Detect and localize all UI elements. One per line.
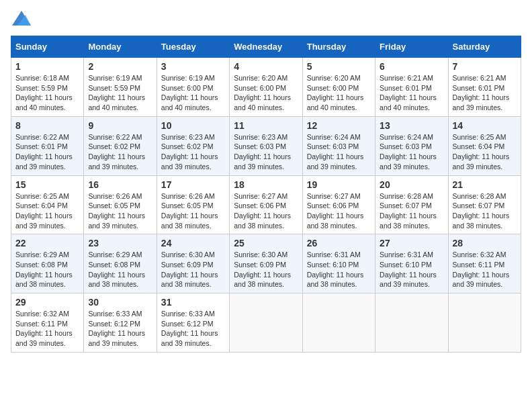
day-number: 19 bbox=[307, 179, 371, 190]
col-wednesday: Wednesday bbox=[230, 36, 302, 58]
day-info: Sunrise: 6:27 AMSunset: 6:06 PMDaylight:… bbox=[234, 192, 291, 230]
col-tuesday: Tuesday bbox=[157, 36, 229, 58]
day-info: Sunrise: 6:21 AMSunset: 6:01 PMDaylight:… bbox=[380, 74, 437, 111]
day-number: 1 bbox=[15, 61, 79, 72]
calendar-cell: 9 Sunrise: 6:22 AMSunset: 6:02 PMDayligh… bbox=[84, 116, 157, 175]
day-number: 3 bbox=[161, 61, 225, 72]
calendar-week-5: 29 Sunrise: 6:32 AMSunset: 6:11 PMDaylig… bbox=[11, 293, 521, 353]
day-info: Sunrise: 6:26 AMSunset: 6:05 PMDaylight:… bbox=[161, 192, 218, 230]
day-number: 17 bbox=[161, 179, 225, 190]
day-info: Sunrise: 6:33 AMSunset: 6:12 PMDaylight:… bbox=[88, 310, 145, 347]
day-number: 15 bbox=[15, 179, 79, 190]
page-header bbox=[11, 11, 521, 29]
calendar-cell: 13 Sunrise: 6:24 AMSunset: 6:03 PMDaylig… bbox=[375, 116, 448, 175]
day-info: Sunrise: 6:21 AMSunset: 6:01 PMDaylight:… bbox=[453, 74, 510, 111]
calendar-cell bbox=[230, 293, 302, 353]
calendar-cell bbox=[375, 293, 448, 353]
calendar-cell: 28 Sunrise: 6:32 AMSunset: 6:11 PMDaylig… bbox=[448, 234, 521, 293]
calendar-week-4: 22 Sunrise: 6:29 AMSunset: 6:08 PMDaylig… bbox=[11, 234, 521, 293]
calendar-cell: 4 Sunrise: 6:20 AMSunset: 6:00 PMDayligh… bbox=[230, 58, 302, 117]
calendar-cell: 11 Sunrise: 6:23 AMSunset: 6:03 PMDaylig… bbox=[230, 116, 302, 175]
calendar-cell: 18 Sunrise: 6:27 AMSunset: 6:06 PMDaylig… bbox=[230, 175, 302, 234]
calendar-cell: 6 Sunrise: 6:21 AMSunset: 6:01 PMDayligh… bbox=[375, 58, 448, 117]
day-info: Sunrise: 6:28 AMSunset: 6:07 PMDaylight:… bbox=[380, 192, 437, 230]
day-info: Sunrise: 6:32 AMSunset: 6:11 PMDaylight:… bbox=[15, 310, 73, 347]
day-number: 4 bbox=[234, 61, 298, 72]
day-info: Sunrise: 6:22 AMSunset: 6:01 PMDaylight:… bbox=[15, 133, 73, 171]
day-info: Sunrise: 6:24 AMSunset: 6:03 PMDaylight:… bbox=[307, 133, 364, 171]
day-number: 24 bbox=[161, 238, 225, 248]
calendar-cell: 12 Sunrise: 6:24 AMSunset: 6:03 PMDaylig… bbox=[302, 116, 375, 175]
calendar-cell: 27 Sunrise: 6:31 AMSunset: 6:10 PMDaylig… bbox=[375, 234, 448, 293]
day-info: Sunrise: 6:29 AMSunset: 6:08 PMDaylight:… bbox=[88, 250, 145, 288]
calendar-cell: 30 Sunrise: 6:33 AMSunset: 6:12 PMDaylig… bbox=[84, 293, 157, 353]
calendar-week-1: 1 Sunrise: 6:18 AMSunset: 5:59 PMDayligh… bbox=[11, 58, 521, 117]
day-info: Sunrise: 6:22 AMSunset: 6:02 PMDaylight:… bbox=[88, 133, 145, 171]
day-number: 18 bbox=[234, 179, 298, 190]
col-sunday: Sunday bbox=[11, 36, 84, 58]
day-info: Sunrise: 6:31 AMSunset: 6:10 PMDaylight:… bbox=[307, 250, 364, 288]
day-info: Sunrise: 6:31 AMSunset: 6:10 PMDaylight:… bbox=[380, 250, 437, 288]
day-info: Sunrise: 6:26 AMSunset: 6:05 PMDaylight:… bbox=[88, 192, 145, 230]
day-number: 20 bbox=[380, 179, 443, 190]
day-info: Sunrise: 6:33 AMSunset: 6:12 PMDaylight:… bbox=[161, 310, 218, 347]
col-thursday: Thursday bbox=[302, 36, 375, 58]
day-info: Sunrise: 6:23 AMSunset: 6:02 PMDaylight:… bbox=[161, 133, 218, 171]
day-number: 29 bbox=[15, 297, 79, 308]
day-info: Sunrise: 6:30 AMSunset: 6:09 PMDaylight:… bbox=[234, 250, 291, 288]
calendar-cell: 29 Sunrise: 6:32 AMSunset: 6:11 PMDaylig… bbox=[11, 293, 84, 353]
day-number: 14 bbox=[453, 120, 517, 131]
calendar-cell: 10 Sunrise: 6:23 AMSunset: 6:02 PMDaylig… bbox=[157, 116, 229, 175]
calendar-cell: 24 Sunrise: 6:30 AMSunset: 6:09 PMDaylig… bbox=[157, 234, 229, 293]
calendar-cell: 16 Sunrise: 6:26 AMSunset: 6:05 PMDaylig… bbox=[84, 175, 157, 234]
day-number: 8 bbox=[15, 120, 79, 131]
day-number: 16 bbox=[88, 179, 152, 190]
calendar-cell: 1 Sunrise: 6:18 AMSunset: 5:59 PMDayligh… bbox=[11, 58, 84, 117]
calendar-cell: 20 Sunrise: 6:28 AMSunset: 6:07 PMDaylig… bbox=[375, 175, 448, 234]
day-number: 7 bbox=[453, 61, 517, 72]
day-number: 31 bbox=[161, 297, 225, 308]
day-number: 21 bbox=[453, 179, 517, 190]
day-number: 23 bbox=[88, 238, 152, 248]
day-info: Sunrise: 6:23 AMSunset: 6:03 PMDaylight:… bbox=[234, 133, 291, 171]
calendar-cell: 3 Sunrise: 6:19 AMSunset: 6:00 PMDayligh… bbox=[157, 58, 229, 117]
calendar-cell: 7 Sunrise: 6:21 AMSunset: 6:01 PMDayligh… bbox=[448, 58, 521, 117]
calendar-cell: 19 Sunrise: 6:27 AMSunset: 6:06 PMDaylig… bbox=[302, 175, 375, 234]
calendar-week-2: 8 Sunrise: 6:22 AMSunset: 6:01 PMDayligh… bbox=[11, 116, 521, 175]
day-info: Sunrise: 6:28 AMSunset: 6:07 PMDaylight:… bbox=[453, 192, 510, 230]
calendar-cell: 22 Sunrise: 6:29 AMSunset: 6:08 PMDaylig… bbox=[11, 234, 84, 293]
day-info: Sunrise: 6:24 AMSunset: 6:03 PMDaylight:… bbox=[380, 133, 437, 171]
day-number: 27 bbox=[380, 238, 443, 248]
day-number: 26 bbox=[307, 238, 371, 248]
day-info: Sunrise: 6:19 AMSunset: 5:59 PMDaylight:… bbox=[88, 74, 145, 111]
calendar-table: Sunday Monday Tuesday Wednesday Thursday… bbox=[11, 36, 521, 353]
day-number: 25 bbox=[234, 238, 298, 248]
day-info: Sunrise: 6:20 AMSunset: 6:00 PMDaylight:… bbox=[307, 74, 364, 111]
calendar-cell: 23 Sunrise: 6:29 AMSunset: 6:08 PMDaylig… bbox=[84, 234, 157, 293]
day-number: 22 bbox=[15, 238, 79, 248]
day-number: 12 bbox=[307, 120, 371, 131]
day-number: 6 bbox=[380, 61, 443, 72]
day-info: Sunrise: 6:19 AMSunset: 6:00 PMDaylight:… bbox=[161, 74, 218, 111]
calendar-cell: 2 Sunrise: 6:19 AMSunset: 5:59 PMDayligh… bbox=[84, 58, 157, 117]
logo bbox=[11, 11, 32, 29]
col-friday: Friday bbox=[375, 36, 448, 58]
day-info: Sunrise: 6:30 AMSunset: 6:09 PMDaylight:… bbox=[161, 250, 218, 288]
col-saturday: Saturday bbox=[448, 36, 521, 58]
calendar-cell: 17 Sunrise: 6:26 AMSunset: 6:05 PMDaylig… bbox=[157, 175, 229, 234]
calendar-cell: 25 Sunrise: 6:30 AMSunset: 6:09 PMDaylig… bbox=[230, 234, 302, 293]
calendar-cell: 26 Sunrise: 6:31 AMSunset: 6:10 PMDaylig… bbox=[302, 234, 375, 293]
col-monday: Monday bbox=[84, 36, 157, 58]
calendar-cell: 31 Sunrise: 6:33 AMSunset: 6:12 PMDaylig… bbox=[157, 293, 229, 353]
day-number: 9 bbox=[88, 120, 152, 131]
day-info: Sunrise: 6:32 AMSunset: 6:11 PMDaylight:… bbox=[453, 250, 510, 288]
logo-icon bbox=[12, 11, 31, 26]
day-number: 30 bbox=[88, 297, 152, 308]
calendar-cell: 5 Sunrise: 6:20 AMSunset: 6:00 PMDayligh… bbox=[302, 58, 375, 117]
day-number: 5 bbox=[307, 61, 371, 72]
calendar-cell: 15 Sunrise: 6:25 AMSunset: 6:04 PMDaylig… bbox=[11, 175, 84, 234]
calendar-cell: 21 Sunrise: 6:28 AMSunset: 6:07 PMDaylig… bbox=[448, 175, 521, 234]
day-number: 11 bbox=[234, 120, 298, 131]
calendar-cell: 8 Sunrise: 6:22 AMSunset: 6:01 PMDayligh… bbox=[11, 116, 84, 175]
day-number: 10 bbox=[161, 120, 225, 131]
